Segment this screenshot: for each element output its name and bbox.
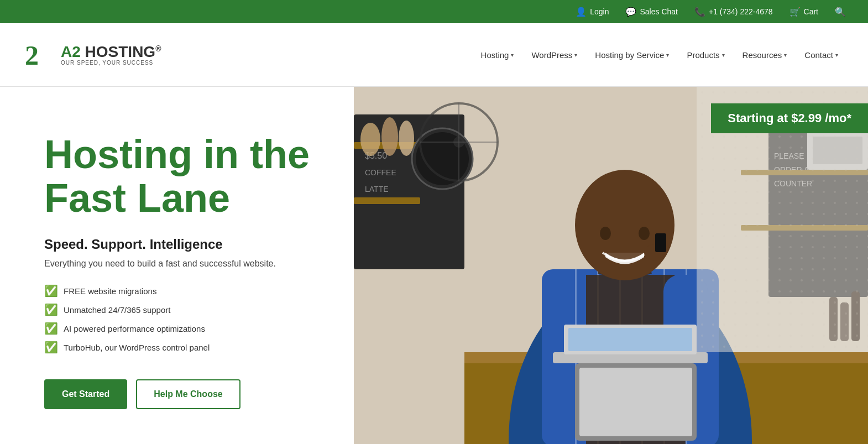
chevron-down-icon: ▾	[511, 52, 514, 58]
phone-label: +1 (734) 222-4678	[709, 7, 773, 16]
sales-chat-link[interactable]: 💬 Sales Chat	[625, 7, 677, 17]
nav-hosting-by-service-label: Hosting by Service	[595, 50, 664, 60]
svg-text:COFFEE: COFFEE	[365, 168, 396, 177]
login-label: Login	[590, 7, 609, 16]
nav-hosting-by-service[interactable]: Hosting by Service ▾	[587, 45, 677, 65]
svg-point-10	[381, 117, 398, 156]
search-icon: 🔍	[835, 7, 846, 17]
help-me-choose-button[interactable]: Help Me Choose	[136, 379, 240, 409]
svg-text:2: 2	[25, 40, 39, 71]
nav-resources-label: Resources	[742, 50, 782, 60]
hero-content: Hosting in the Fast Lane Speed. Support.…	[0, 87, 354, 444]
svg-rect-33	[655, 233, 666, 252]
feature-label-4: TurboHub, our WordPress control panel	[64, 343, 210, 352]
svg-rect-36	[579, 368, 692, 436]
hero-buttons: Get Started Help Me Choose	[44, 379, 321, 409]
top-bar: 👤 Login 💬 Sales Chat 📞 +1 (734) 222-4678…	[0, 0, 868, 23]
logo-text: A2 HOSTING® OUR SPEED, YOUR SUCCESS	[61, 44, 161, 66]
nav-contact-label: Contact	[804, 50, 833, 60]
logo-icon: 2	[22, 38, 55, 71]
features-list: ✅ FREE website migrations ✅ Unmatched 24…	[44, 284, 321, 359]
svg-point-31	[639, 227, 650, 240]
feature-item-4: ✅ TurboHub, our WordPress control panel	[44, 341, 321, 354]
hero-image-svg: $5.50 COFFEE LATTE	[354, 87, 868, 444]
svg-point-9	[360, 123, 380, 156]
svg-text:LATTE: LATTE	[365, 185, 389, 194]
main-navigation: 2 A2 HOSTING® OUR SPEED, YOUR SUCCESS Ho…	[0, 23, 868, 87]
chevron-down-icon: ▾	[784, 52, 787, 58]
chevron-down-icon: ▾	[835, 52, 838, 58]
phone-link[interactable]: 📞 +1 (734) 222-4678	[694, 7, 773, 17]
user-icon: 👤	[576, 7, 587, 17]
price-banner-text: Starting at $2.99 /mo*	[728, 111, 851, 125]
feature-item-1: ✅ FREE website migrations	[44, 284, 321, 297]
hero-title: Hosting in the Fast Lane	[44, 133, 321, 220]
chevron-down-icon: ▾	[666, 52, 669, 58]
logo[interactable]: 2 A2 HOSTING® OUR SPEED, YOUR SUCCESS	[22, 38, 161, 71]
logo-tagline: OUR SPEED, YOUR SUCCESS	[61, 60, 161, 66]
feature-label-3: AI powered performance optimizations	[64, 324, 205, 333]
login-link[interactable]: 👤 Login	[576, 7, 609, 17]
check-icon-2: ✅	[44, 303, 58, 316]
chat-icon: 💬	[625, 7, 636, 17]
nav-wordpress[interactable]: WordPress ▾	[524, 45, 585, 65]
nav-resources[interactable]: Resources ▾	[735, 45, 795, 65]
cart-label: Cart	[804, 7, 818, 16]
cart-link[interactable]: 🛒 Cart	[789, 7, 818, 17]
hero-image: $5.50 COFFEE LATTE	[354, 87, 868, 444]
nav-contact[interactable]: Contact ▾	[797, 45, 846, 65]
svg-point-11	[399, 121, 414, 156]
hero-description: Everything you need to build a fast and …	[44, 259, 321, 269]
nav-hosting[interactable]: Hosting ▾	[473, 45, 522, 65]
phone-icon: 📞	[694, 7, 705, 17]
price-banner: Starting at $2.99 /mo*	[711, 103, 868, 133]
nav-wordpress-label: WordPress	[531, 50, 572, 60]
cart-icon: 🛒	[789, 7, 801, 17]
feature-item-2: ✅ Unmatched 24/7/365 support	[44, 303, 321, 316]
chevron-down-icon: ▾	[722, 52, 725, 58]
sales-chat-label: Sales Chat	[640, 7, 677, 16]
nav-hosting-label: Hosting	[481, 50, 509, 60]
check-icon-1: ✅	[44, 284, 58, 297]
chevron-down-icon: ▾	[574, 52, 577, 58]
nav-links: Hosting ▾ WordPress ▾ Hosting by Service…	[473, 45, 846, 65]
check-icon-3: ✅	[44, 322, 58, 335]
feature-label-1: FREE website migrations	[64, 286, 156, 296]
svg-point-30	[600, 227, 611, 240]
hero-section: Hosting in the Fast Lane Speed. Support.…	[0, 87, 868, 444]
get-started-button[interactable]: Get Started	[44, 379, 127, 409]
feature-label-2: Unmatched 24/7/365 support	[64, 305, 170, 315]
nav-products[interactable]: Products ▾	[679, 45, 732, 65]
check-icon-4: ✅	[44, 341, 58, 354]
nav-products-label: Products	[687, 50, 719, 60]
svg-rect-8	[354, 197, 420, 204]
search-button[interactable]: 🔍	[835, 7, 846, 17]
logo-brand: A2 HOSTING®	[61, 44, 161, 60]
svg-rect-39	[568, 328, 692, 351]
hero-subtitle: Speed. Support. Intelligence	[44, 237, 321, 252]
feature-item-3: ✅ AI powered performance optimizations	[44, 322, 321, 335]
